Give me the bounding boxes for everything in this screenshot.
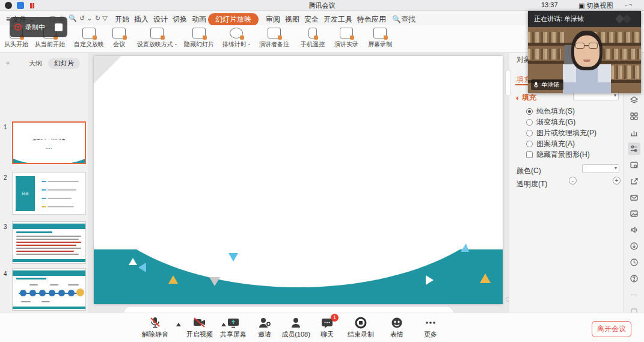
menu-home[interactable]: 开始 — [111, 13, 133, 26]
stop-record-button[interactable]: 结束录制 — [342, 317, 380, 339]
emoji-icon — [391, 317, 403, 329]
speaking-banner: 正在讲话: 单渌铱 — [528, 11, 641, 27]
hide-slide-button[interactable]: 隐藏幻灯片 — [180, 28, 218, 49]
radio-icon — [526, 141, 533, 147]
thumbnail-slide-2[interactable]: 目录 — [12, 172, 86, 215]
collapse-panel-button[interactable]: « — [6, 59, 10, 66]
phone-remote-button[interactable]: 手机遥控 — [296, 28, 330, 49]
help-icon[interactable] — [628, 272, 640, 285]
slide-number: 3 — [4, 224, 7, 230]
custom-show-button[interactable]: 自定义放映 — [71, 28, 107, 49]
stop-recording-icon[interactable] — [55, 23, 63, 31]
more-button[interactable]: 更多 — [411, 317, 450, 339]
rehearse-timing-button[interactable]: 排练计时 - — [218, 28, 255, 49]
thumbnail-slide-1[interactable]: 选调生个人经验分享 ▸◂ ▴ ▾ — [12, 121, 86, 164]
undo-icon[interactable]: ↺ ⌄ — [79, 14, 93, 22]
radio-icon — [526, 108, 533, 115]
transparency-minus-button[interactable]: - — [569, 177, 577, 185]
tab-slides[interactable]: 幻灯片 — [48, 58, 80, 69]
meeting-button[interactable]: 会议 — [107, 28, 131, 49]
menu-design[interactable]: 设计 — [150, 13, 171, 26]
expand-icon[interactable]: ⌐ ¬ — [625, 2, 633, 8]
thumbnail-slide-3[interactable] — [12, 221, 86, 264]
thumb-toc-label: 目录 — [16, 176, 35, 211]
menu-insert[interactable]: 插入 — [130, 13, 152, 26]
menu-transition[interactable]: 切换 — [169, 13, 191, 26]
menu-animation[interactable]: 动画 — [188, 13, 210, 26]
thumbnail-slide-4[interactable] — [12, 268, 86, 311]
menu-devtools[interactable]: 开发工具 — [320, 13, 356, 26]
start-video-button[interactable]: 开启视频 — [180, 317, 219, 339]
triangle-decor — [480, 273, 491, 283]
setup-show-button[interactable]: 设置放映方式 - — [133, 28, 180, 49]
custom-show-icon — [82, 28, 96, 38]
option-gradient-fill[interactable]: 渐变填充(G) — [526, 117, 575, 127]
emoji-button[interactable]: 表情 — [378, 317, 416, 339]
leave-meeting-button[interactable]: 离开会议 — [592, 321, 631, 337]
thumb-subtitle: ▸◂ ▴ ▾ — [13, 147, 85, 150]
option-pattern-fill[interactable]: 图案填充(A) — [526, 139, 575, 149]
mail-icon[interactable] — [628, 191, 640, 204]
menu-view[interactable]: 视图 — [281, 13, 303, 26]
button-label: 会议 — [107, 40, 131, 49]
os-title-bar: 腾讯会议 13:37 ▣ 切换视图 ⌐ ¬ — [0, 0, 644, 11]
checkbox-icon — [526, 151, 533, 158]
slide-number: 1 — [4, 124, 7, 130]
screen-record-button[interactable]: 屏幕录制 — [363, 28, 397, 49]
download-icon[interactable] — [628, 240, 640, 252]
preview-icon[interactable]: 🔍 — [69, 14, 77, 22]
audio-icon[interactable] — [628, 224, 640, 236]
color-dropdown[interactable] — [582, 164, 619, 173]
menu-slideshow[interactable]: 幻灯片放映 — [208, 13, 259, 26]
tab-outline[interactable]: 大纲 — [23, 58, 48, 69]
object-properties-icon[interactable] — [628, 142, 640, 155]
setup-show-icon — [150, 28, 164, 38]
history-icon[interactable] — [628, 256, 640, 269]
current-slide[interactable]: 选调生个人经验分享 单渌铱 2017级土地资源管理硕士 浙江省杭州市西湖区选调生 — [94, 56, 503, 304]
triangle-decor — [138, 263, 146, 272]
screen: 腾讯会议 13:37 ▣ 切换视图 ⌐ ¬ ≡ 文件 ⌄ ▢ ⎙ 🔍 ↺ ⌄ ↻… — [0, 0, 644, 342]
unmute-button[interactable]: 解除静音 — [136, 317, 174, 339]
glasses-icon — [575, 43, 584, 49]
lecture-record-button[interactable]: 演讲实录 — [330, 28, 363, 49]
chat-button[interactable]: 1 聊天 — [308, 317, 346, 339]
option-solid-fill[interactable]: 纯色填充(S) — [526, 106, 575, 117]
speaker-notes-button[interactable]: 演讲者备注 — [255, 28, 293, 49]
option-picture-fill[interactable]: 图片或纹理填充(P) — [526, 128, 596, 138]
layout-grid-icon[interactable] — [628, 110, 640, 123]
menu-apps[interactable]: 特色应用 — [354, 13, 390, 26]
meeting-control-bar: 解除静音 开启视频 共享屏幕 邀请 成员(108) 1 聊天 结束录制 — [0, 313, 644, 342]
hide-slide-icon — [192, 28, 206, 38]
radio-icon — [526, 119, 533, 126]
phone-icon — [308, 28, 317, 38]
option-hide-background[interactable]: 隐藏背景图形(H) — [526, 150, 590, 160]
panel-collapse-handle[interactable] — [505, 70, 511, 96]
control-label: 表情 — [378, 330, 416, 339]
more-tools-icon[interactable]: ⋯ — [628, 289, 640, 301]
button-label: 手机遥控 — [296, 40, 330, 49]
slide-image-icon[interactable] — [628, 159, 640, 171]
menu-review[interactable]: 审阅 — [262, 13, 284, 26]
clock: 13:37 — [541, 1, 558, 8]
chart-icon[interactable] — [628, 126, 640, 139]
share-icon[interactable] — [628, 175, 640, 188]
button-label: 排练计时 - — [218, 40, 255, 49]
find-button[interactable]: 🔍查找 — [388, 13, 419, 26]
triangle-decor — [129, 258, 137, 265]
transparency-plus-button[interactable]: + — [613, 177, 621, 185]
find-label: 查找 — [401, 15, 416, 23]
meeting-video-overlay[interactable]: 正在讲话: 单渌铱 单渌铱 — [528, 11, 641, 93]
slide-number: 4 — [4, 270, 7, 277]
menu-security[interactable]: 安全 — [301, 13, 322, 26]
style-layers-icon[interactable] — [628, 94, 640, 106]
button-label: 从当前开始 — [31, 40, 69, 49]
slide-arc — [94, 69, 503, 287]
fill-section-header[interactable]: 填充 — [517, 93, 536, 103]
picture-icon[interactable] — [628, 207, 640, 220]
redo-icon[interactable]: ↻ ▽ — [95, 14, 108, 22]
recording-badge: 录制中 — [10, 17, 67, 37]
triangle-decor — [228, 253, 238, 261]
switch-view-button[interactable]: ▣ 切换视图 — [578, 1, 613, 10]
screen-record-icon — [373, 28, 387, 38]
option-label: 隐藏背景图形(H) — [536, 150, 590, 160]
